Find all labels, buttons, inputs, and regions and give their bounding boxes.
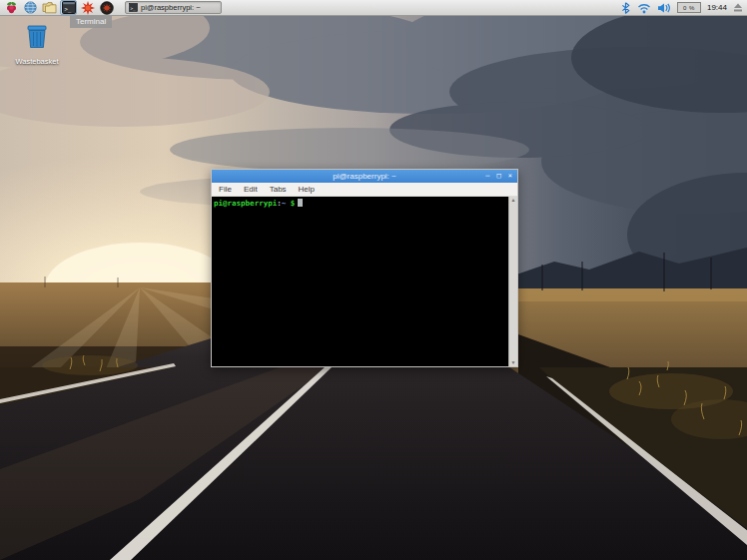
menu-tabs[interactable]: Tabs	[270, 185, 287, 194]
taskbar-window-button[interactable]: >_ pi@raspberrypi: ~	[125, 1, 222, 14]
cpu-usage-monitor: 0 %	[677, 2, 701, 13]
window-controls: – □ ×	[485, 170, 512, 183]
launcher-area: >_ >_ pi@raspberryp	[0, 0, 222, 15]
bluetooth-icon[interactable]	[620, 2, 631, 14]
wolfram-launcher[interactable]	[98, 0, 115, 15]
taskbar-panel: >_ >_ pi@raspberryp	[0, 0, 747, 16]
menu-button[interactable]	[3, 0, 20, 15]
menu-help[interactable]: Help	[299, 185, 315, 194]
mathematica-launcher[interactable]	[79, 0, 96, 15]
terminal-scrollbar[interactable]: ▲ ▼	[508, 197, 517, 366]
terminal-prompt-line: pi@raspberrypi:~ $	[212, 197, 508, 366]
prompt-user-host: pi@raspberrypi	[214, 199, 277, 208]
terminal-menubar: File Edit Tabs Help	[212, 183, 517, 197]
raspberry-menu-icon	[5, 1, 18, 14]
maximize-button[interactable]: □	[497, 170, 501, 183]
wastebasket-label: Wastebasket	[4, 57, 70, 66]
launcher-tooltip: Terminal	[70, 15, 112, 28]
svg-text:>_: >_	[64, 6, 71, 13]
minimize-button[interactable]: –	[485, 170, 489, 183]
globe-browser-icon	[24, 1, 37, 14]
terminal-mini-icon: >_	[129, 3, 138, 12]
menu-edit[interactable]: Edit	[244, 185, 258, 194]
volume-icon[interactable]	[657, 2, 671, 14]
terminal-icon: >_	[62, 1, 76, 14]
menu-file[interactable]: File	[219, 185, 232, 194]
file-manager-icon	[42, 1, 57, 14]
file-manager-launcher[interactable]	[41, 0, 58, 15]
close-button[interactable]: ×	[508, 170, 512, 183]
desktop: >_ >_ pi@raspberryp	[0, 0, 747, 560]
window-titlebar[interactable]: pi@raspberrypi: ~ – □ ×	[212, 170, 517, 183]
web-browser-launcher[interactable]	[22, 0, 39, 15]
clock[interactable]: 19:44	[707, 3, 727, 12]
cpu-usage-value: 0 %	[683, 5, 695, 11]
wastebasket-desktop-icon[interactable]: Wastebasket	[4, 23, 70, 66]
taskbar-window-label: pi@raspberrypi: ~	[141, 3, 201, 12]
terminal-launcher[interactable]: >_	[60, 0, 77, 15]
eject-icon[interactable]	[733, 2, 743, 13]
prompt-symbol: $	[286, 199, 295, 208]
scroll-up-icon[interactable]: ▲	[511, 198, 516, 203]
wastebasket-icon	[24, 23, 50, 51]
scroll-down-icon[interactable]: ▼	[511, 360, 516, 365]
system-tray: 0 % 19:44	[620, 2, 747, 14]
terminal-cursor	[298, 199, 303, 207]
wolfram-icon	[100, 1, 114, 15]
terminal-content[interactable]: pi@raspberrypi:~ $ ▲ ▼	[212, 197, 517, 366]
window-title: pi@raspberrypi: ~	[212, 172, 517, 181]
wifi-icon[interactable]	[637, 2, 651, 14]
mathematica-icon	[81, 1, 95, 15]
terminal-window: pi@raspberrypi: ~ – □ × File Edit Tabs H…	[211, 169, 518, 367]
